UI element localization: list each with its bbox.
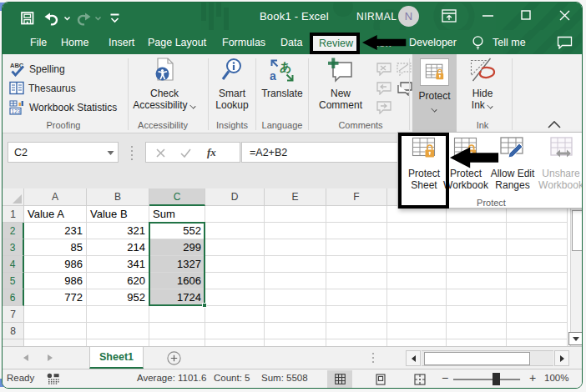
cell-F6[interactable]	[326, 289, 387, 306]
cell-C1[interactable]: Sum	[149, 206, 205, 223]
account-name[interactable]: NIRMAL	[356, 11, 397, 23]
previous-comment-icon[interactable]	[376, 81, 392, 95]
collapse-ribbon-icon[interactable]	[547, 118, 562, 130]
cell-G1[interactable]	[387, 206, 447, 223]
cell-I1[interactable]	[507, 206, 568, 223]
status-sum[interactable]: Sum: 5508	[261, 373, 308, 383]
scroll-left-button[interactable]	[406, 350, 421, 366]
spelling-button[interactable]: ABC Spelling	[9, 62, 65, 77]
next-sheet-icon[interactable]	[48, 354, 53, 361]
workbook-statistics-button[interactable]: 123 Workbook Statistics	[9, 100, 117, 115]
cell-E6[interactable]	[265, 289, 326, 306]
row-header-4[interactable]: 4	[3, 256, 24, 273]
cell-G7[interactable]	[387, 306, 447, 323]
cell-H3[interactable]	[447, 239, 507, 256]
cell-E7[interactable]	[265, 306, 326, 323]
status-count[interactable]: Count: 5	[214, 373, 250, 383]
cell-D5[interactable]	[205, 273, 265, 289]
cell-D4[interactable]	[205, 256, 265, 273]
show-comments-icon[interactable]	[396, 81, 413, 96]
cell-C2[interactable]: 552	[149, 223, 205, 239]
zoom-level[interactable]: 100%	[544, 373, 568, 383]
new-comment-button[interactable]: New Comment	[316, 58, 366, 111]
column-header-B[interactable]: B	[87, 188, 149, 206]
cell-F2[interactable]	[326, 223, 387, 239]
sheet-tab-sheet1[interactable]: Sheet1	[89, 347, 144, 369]
translate-button[interactable]: あ a Translate	[259, 58, 306, 99]
cell-G4[interactable]	[387, 256, 447, 273]
cell-G8[interactable]	[387, 323, 447, 339]
cell-A4[interactable]: 986	[24, 256, 87, 273]
cell-I5[interactable]	[507, 273, 568, 289]
tab-insert[interactable]: Insert	[109, 30, 134, 54]
cell-C8[interactable]	[149, 323, 205, 339]
save-icon[interactable]	[21, 12, 34, 25]
cell-E1[interactable]	[265, 206, 326, 223]
cell-B5[interactable]: 620	[87, 273, 149, 289]
cell-F4[interactable]	[326, 256, 387, 273]
next-comment-icon[interactable]	[376, 100, 392, 114]
cell-G5[interactable]	[387, 273, 447, 289]
previous-sheet-icon[interactable]	[23, 354, 28, 361]
cell-H1[interactable]	[447, 206, 507, 223]
row-header-1[interactable]: 1	[3, 206, 24, 223]
confirm-entry-icon[interactable]	[180, 148, 191, 158]
cell-C5[interactable]: 1606	[149, 273, 205, 289]
column-header-A[interactable]: A	[24, 188, 87, 206]
cell-C7[interactable]	[149, 306, 205, 323]
select-all-corner[interactable]	[3, 188, 24, 206]
cell-A8[interactable]	[24, 323, 87, 339]
close-button[interactable]	[550, 3, 578, 28]
tab-page-layout[interactable]: Page Layout	[148, 30, 206, 54]
cell-I3[interactable]	[507, 239, 568, 256]
tab-file[interactable]: File	[30, 30, 47, 54]
status-average[interactable]: Average: 1101.6	[137, 373, 206, 383]
cell-G6[interactable]	[387, 289, 447, 306]
add-sheet-button[interactable]	[167, 351, 181, 365]
hide-ink-button[interactable]: Hide Ink	[462, 58, 503, 111]
cell-A2[interactable]: 231	[24, 223, 87, 239]
cell-F5[interactable]	[326, 273, 387, 289]
page-layout-view-button[interactable]	[368, 370, 393, 388]
cell-I4[interactable]	[507, 256, 568, 273]
cell-B8[interactable]	[87, 323, 149, 339]
cell-E2[interactable]	[265, 223, 326, 239]
cell-H5[interactable]	[447, 273, 507, 289]
cell-G3[interactable]	[387, 239, 447, 256]
zoom-in-button[interactable]: +	[529, 371, 536, 384]
cell-D1[interactable]	[205, 206, 265, 223]
cell-H6[interactable]	[447, 289, 507, 306]
delete-comment-icon[interactable]	[376, 62, 392, 76]
check-accessibility-button[interactable]: Check Accessibility	[134, 58, 194, 111]
cell-C3[interactable]: 299	[149, 239, 205, 256]
cell-E8[interactable]	[265, 323, 326, 339]
thesaurus-button[interactable]: Thesaurus	[9, 81, 76, 95]
row-header-5[interactable]: 5	[3, 273, 24, 289]
row-header-2[interactable]: 2	[3, 223, 24, 239]
comment-icon[interactable]	[557, 36, 573, 49]
cell-A6[interactable]: 772	[24, 289, 87, 306]
name-box[interactable]: C2	[8, 142, 119, 163]
tell-me[interactable]: Tell me	[493, 30, 526, 54]
cell-B7[interactable]	[87, 306, 149, 323]
insert-function-icon[interactable]: fx	[207, 146, 216, 159]
fill-handle[interactable]	[202, 303, 207, 308]
cell-I8[interactable]	[507, 323, 568, 339]
cell-H4[interactable]	[447, 256, 507, 273]
name-box-dropdown-icon[interactable]	[107, 150, 114, 156]
tab-data[interactable]: Data	[280, 30, 302, 54]
cell-B4[interactable]: 341	[87, 256, 149, 273]
scroll-down-button[interactable]	[568, 332, 583, 345]
cell-D2[interactable]	[205, 223, 265, 239]
cell-H7[interactable]	[447, 306, 507, 323]
cell-F7[interactable]	[326, 306, 387, 323]
undo-icon[interactable]	[44, 13, 71, 27]
cell-A5[interactable]: 986	[24, 273, 87, 289]
cell-I6[interactable]	[507, 289, 568, 306]
redo-icon[interactable]	[75, 13, 102, 27]
minimize-button[interactable]	[473, 3, 502, 28]
cell-D3[interactable]	[205, 239, 265, 256]
cell-I2[interactable]	[507, 223, 568, 239]
column-header-C[interactable]: C	[149, 188, 205, 206]
cell-E4[interactable]	[265, 256, 326, 273]
